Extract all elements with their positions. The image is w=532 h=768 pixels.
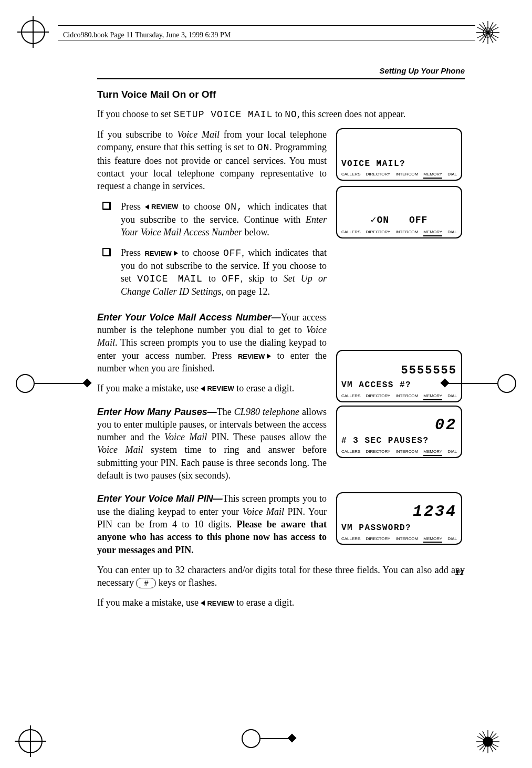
page-header-note: Cidco980.book Page 11 Thursday, June 3, … — [63, 30, 231, 40]
mistake-paragraph: If you make a mistake, use REVIEW to era… — [97, 382, 327, 395]
checkbox-icon — [102, 248, 110, 256]
review-left-button: REVIEW — [201, 384, 234, 393]
lcd-screen-voice-mail: VOICE MAIL? CALLERSDIRECTORYINTERCOMMEMO… — [336, 128, 462, 181]
lcd-screen-on-off: ✓ONOFF CALLERSDIRECTORYINTERCOMMEMORYDIA… — [336, 186, 462, 238]
lcd-screen-vm-access: 5555555 VM ACCESS #? CALLERSDIRECTORYINT… — [336, 350, 462, 402]
running-head: Setting Up Your Phone — [97, 66, 465, 79]
reg-circle-icon — [497, 374, 516, 393]
hash-key-icon: # — [136, 578, 156, 588]
checkbox-icon — [102, 202, 110, 210]
page-content: Setting Up Your Phone Turn Voice Mail On… — [97, 66, 465, 617]
chars-paragraph: You can enter up to 32 characters and/or… — [97, 564, 465, 589]
triangle-left-icon — [201, 600, 205, 606]
triangle-left-icon — [201, 386, 205, 391]
subscribe-paragraph: If you subscribe to Voice Mail from your… — [97, 128, 327, 192]
page-number: 11 — [455, 567, 464, 578]
mistake-paragraph-2: If you make a mistake, use REVIEW to era… — [97, 596, 465, 609]
arrow-right-icon — [288, 734, 297, 743]
triangle-right-icon — [174, 251, 178, 256]
access-paragraph: Enter Your Voice Mail Access Number—Your… — [97, 311, 327, 375]
triangle-left-icon — [145, 204, 149, 210]
pin-paragraph: Enter Your Voice Mail PIN—This screen pr… — [97, 492, 327, 556]
starburst-icon — [475, 729, 500, 754]
lcd-screen-pauses: 02 # 3 SEC PAUSES? CALLERSDIRECTORYINTER… — [336, 406, 462, 458]
bullet-item: Press REVIEW to choose OFF, which indica… — [97, 246, 327, 298]
starburst-icon — [475, 20, 500, 45]
reg-circle-icon — [16, 374, 35, 393]
arrow-right-icon — [83, 379, 92, 388]
pauses-paragraph: Enter How Many Pauses—The CL980 telephon… — [97, 406, 327, 482]
section-heading: Turn Voice Mail On or Off — [97, 88, 465, 101]
lcd-screen-vm-password: 1234 VM PASSWORD? CALLERSDIRECTORYINTERC… — [336, 492, 462, 545]
triangle-right-icon — [267, 354, 271, 359]
review-right-button: REVIEW — [144, 249, 178, 258]
review-left-button: REVIEW — [145, 202, 178, 212]
review-left-button: REVIEW — [201, 599, 234, 608]
intro-paragraph: If you choose to set SETUP VOICE MAIL to… — [97, 108, 465, 121]
review-right-button: REVIEW — [238, 352, 271, 361]
reg-circle-icon — [242, 729, 260, 748]
bullet-item: Press REVIEW to choose ON, which indicat… — [97, 200, 327, 239]
